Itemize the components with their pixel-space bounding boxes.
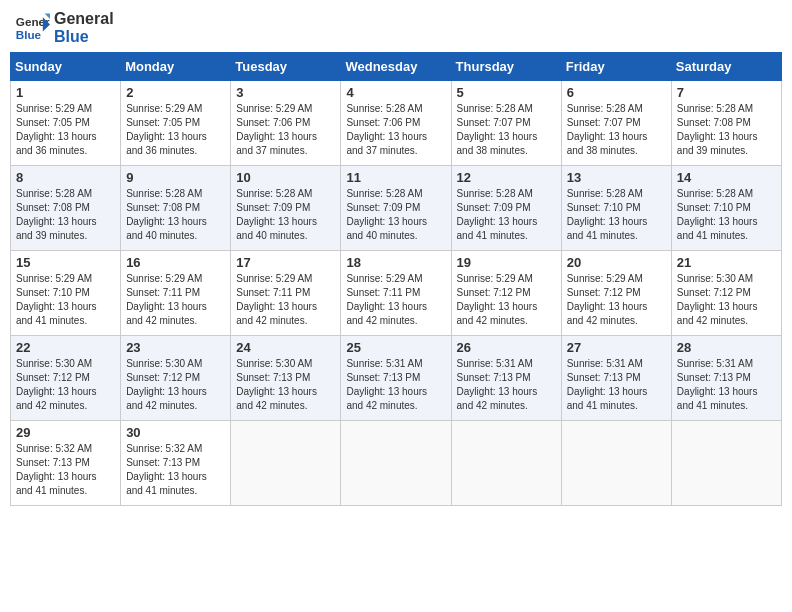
day-number: 1 <box>16 85 115 100</box>
day-cell-19: 19 Sunrise: 5:29 AM Sunset: 7:12 PM Dayl… <box>451 251 561 336</box>
day-number: 23 <box>126 340 225 355</box>
empty-cell <box>561 421 671 506</box>
day-info: Sunrise: 5:28 AM Sunset: 7:08 PM Dayligh… <box>126 187 225 243</box>
day-number: 24 <box>236 340 335 355</box>
day-cell-16: 16 Sunrise: 5:29 AM Sunset: 7:11 PM Dayl… <box>121 251 231 336</box>
day-cell-27: 27 Sunrise: 5:31 AM Sunset: 7:13 PM Dayl… <box>561 336 671 421</box>
day-number: 20 <box>567 255 666 270</box>
day-number: 2 <box>126 85 225 100</box>
day-cell-5: 5 Sunrise: 5:28 AM Sunset: 7:07 PM Dayli… <box>451 81 561 166</box>
header-tuesday: Tuesday <box>231 53 341 81</box>
day-info: Sunrise: 5:29 AM Sunset: 7:05 PM Dayligh… <box>16 102 115 158</box>
header-friday: Friday <box>561 53 671 81</box>
day-info: Sunrise: 5:28 AM Sunset: 7:09 PM Dayligh… <box>346 187 445 243</box>
day-info: Sunrise: 5:28 AM Sunset: 7:07 PM Dayligh… <box>567 102 666 158</box>
day-number: 11 <box>346 170 445 185</box>
calendar-week-3: 15 Sunrise: 5:29 AM Sunset: 7:10 PM Dayl… <box>11 251 782 336</box>
day-cell-4: 4 Sunrise: 5:28 AM Sunset: 7:06 PM Dayli… <box>341 81 451 166</box>
svg-text:Blue: Blue <box>16 28 42 41</box>
day-info: Sunrise: 5:28 AM Sunset: 7:10 PM Dayligh… <box>567 187 666 243</box>
calendar-table: SundayMondayTuesdayWednesdayThursdayFrid… <box>10 52 782 506</box>
day-info: Sunrise: 5:29 AM Sunset: 7:12 PM Dayligh… <box>457 272 556 328</box>
day-cell-22: 22 Sunrise: 5:30 AM Sunset: 7:12 PM Dayl… <box>11 336 121 421</box>
calendar-week-5: 29 Sunrise: 5:32 AM Sunset: 7:13 PM Dayl… <box>11 421 782 506</box>
day-info: Sunrise: 5:32 AM Sunset: 7:13 PM Dayligh… <box>16 442 115 498</box>
day-number: 3 <box>236 85 335 100</box>
day-cell-14: 14 Sunrise: 5:28 AM Sunset: 7:10 PM Dayl… <box>671 166 781 251</box>
day-info: Sunrise: 5:28 AM Sunset: 7:07 PM Dayligh… <box>457 102 556 158</box>
header-thursday: Thursday <box>451 53 561 81</box>
day-number: 25 <box>346 340 445 355</box>
day-cell-2: 2 Sunrise: 5:29 AM Sunset: 7:05 PM Dayli… <box>121 81 231 166</box>
logo-icon: General Blue <box>14 10 50 46</box>
day-cell-12: 12 Sunrise: 5:28 AM Sunset: 7:09 PM Dayl… <box>451 166 561 251</box>
empty-cell <box>341 421 451 506</box>
day-info: Sunrise: 5:30 AM Sunset: 7:13 PM Dayligh… <box>236 357 335 413</box>
day-cell-11: 11 Sunrise: 5:28 AM Sunset: 7:09 PM Dayl… <box>341 166 451 251</box>
empty-cell <box>231 421 341 506</box>
day-cell-13: 13 Sunrise: 5:28 AM Sunset: 7:10 PM Dayl… <box>561 166 671 251</box>
header-monday: Monday <box>121 53 231 81</box>
day-info: Sunrise: 5:28 AM Sunset: 7:09 PM Dayligh… <box>236 187 335 243</box>
day-info: Sunrise: 5:30 AM Sunset: 7:12 PM Dayligh… <box>126 357 225 413</box>
day-info: Sunrise: 5:28 AM Sunset: 7:09 PM Dayligh… <box>457 187 556 243</box>
day-info: Sunrise: 5:29 AM Sunset: 7:05 PM Dayligh… <box>126 102 225 158</box>
day-cell-17: 17 Sunrise: 5:29 AM Sunset: 7:11 PM Dayl… <box>231 251 341 336</box>
logo-text-general: General <box>54 10 114 28</box>
day-info: Sunrise: 5:30 AM Sunset: 7:12 PM Dayligh… <box>677 272 776 328</box>
day-number: 8 <box>16 170 115 185</box>
day-cell-15: 15 Sunrise: 5:29 AM Sunset: 7:10 PM Dayl… <box>11 251 121 336</box>
day-info: Sunrise: 5:29 AM Sunset: 7:11 PM Dayligh… <box>346 272 445 328</box>
day-number: 14 <box>677 170 776 185</box>
day-info: Sunrise: 5:31 AM Sunset: 7:13 PM Dayligh… <box>567 357 666 413</box>
day-cell-21: 21 Sunrise: 5:30 AM Sunset: 7:12 PM Dayl… <box>671 251 781 336</box>
calendar-week-1: 1 Sunrise: 5:29 AM Sunset: 7:05 PM Dayli… <box>11 81 782 166</box>
empty-cell <box>671 421 781 506</box>
logo: General Blue General Blue <box>14 10 114 46</box>
day-number: 4 <box>346 85 445 100</box>
day-info: Sunrise: 5:31 AM Sunset: 7:13 PM Dayligh… <box>457 357 556 413</box>
logo-text-blue: Blue <box>54 28 114 46</box>
day-cell-23: 23 Sunrise: 5:30 AM Sunset: 7:12 PM Dayl… <box>121 336 231 421</box>
day-cell-10: 10 Sunrise: 5:28 AM Sunset: 7:09 PM Dayl… <box>231 166 341 251</box>
day-cell-3: 3 Sunrise: 5:29 AM Sunset: 7:06 PM Dayli… <box>231 81 341 166</box>
header-sunday: Sunday <box>11 53 121 81</box>
day-info: Sunrise: 5:28 AM Sunset: 7:06 PM Dayligh… <box>346 102 445 158</box>
header-saturday: Saturday <box>671 53 781 81</box>
day-info: Sunrise: 5:28 AM Sunset: 7:10 PM Dayligh… <box>677 187 776 243</box>
day-number: 13 <box>567 170 666 185</box>
day-info: Sunrise: 5:29 AM Sunset: 7:11 PM Dayligh… <box>236 272 335 328</box>
day-number: 6 <box>567 85 666 100</box>
day-cell-26: 26 Sunrise: 5:31 AM Sunset: 7:13 PM Dayl… <box>451 336 561 421</box>
calendar-week-4: 22 Sunrise: 5:30 AM Sunset: 7:12 PM Dayl… <box>11 336 782 421</box>
day-info: Sunrise: 5:28 AM Sunset: 7:08 PM Dayligh… <box>677 102 776 158</box>
day-info: Sunrise: 5:32 AM Sunset: 7:13 PM Dayligh… <box>126 442 225 498</box>
day-number: 9 <box>126 170 225 185</box>
day-number: 15 <box>16 255 115 270</box>
header-row: SundayMondayTuesdayWednesdayThursdayFrid… <box>11 53 782 81</box>
day-cell-1: 1 Sunrise: 5:29 AM Sunset: 7:05 PM Dayli… <box>11 81 121 166</box>
header-wednesday: Wednesday <box>341 53 451 81</box>
day-info: Sunrise: 5:28 AM Sunset: 7:08 PM Dayligh… <box>16 187 115 243</box>
day-cell-24: 24 Sunrise: 5:30 AM Sunset: 7:13 PM Dayl… <box>231 336 341 421</box>
calendar-week-2: 8 Sunrise: 5:28 AM Sunset: 7:08 PM Dayli… <box>11 166 782 251</box>
day-cell-20: 20 Sunrise: 5:29 AM Sunset: 7:12 PM Dayl… <box>561 251 671 336</box>
day-info: Sunrise: 5:31 AM Sunset: 7:13 PM Dayligh… <box>677 357 776 413</box>
day-cell-28: 28 Sunrise: 5:31 AM Sunset: 7:13 PM Dayl… <box>671 336 781 421</box>
day-cell-30: 30 Sunrise: 5:32 AM Sunset: 7:13 PM Dayl… <box>121 421 231 506</box>
day-number: 30 <box>126 425 225 440</box>
day-number: 27 <box>567 340 666 355</box>
day-number: 12 <box>457 170 556 185</box>
day-cell-9: 9 Sunrise: 5:28 AM Sunset: 7:08 PM Dayli… <box>121 166 231 251</box>
day-cell-18: 18 Sunrise: 5:29 AM Sunset: 7:11 PM Dayl… <box>341 251 451 336</box>
day-cell-25: 25 Sunrise: 5:31 AM Sunset: 7:13 PM Dayl… <box>341 336 451 421</box>
empty-cell <box>451 421 561 506</box>
day-number: 22 <box>16 340 115 355</box>
day-number: 7 <box>677 85 776 100</box>
day-number: 10 <box>236 170 335 185</box>
day-number: 19 <box>457 255 556 270</box>
day-info: Sunrise: 5:30 AM Sunset: 7:12 PM Dayligh… <box>16 357 115 413</box>
day-number: 28 <box>677 340 776 355</box>
day-cell-7: 7 Sunrise: 5:28 AM Sunset: 7:08 PM Dayli… <box>671 81 781 166</box>
day-cell-6: 6 Sunrise: 5:28 AM Sunset: 7:07 PM Dayli… <box>561 81 671 166</box>
